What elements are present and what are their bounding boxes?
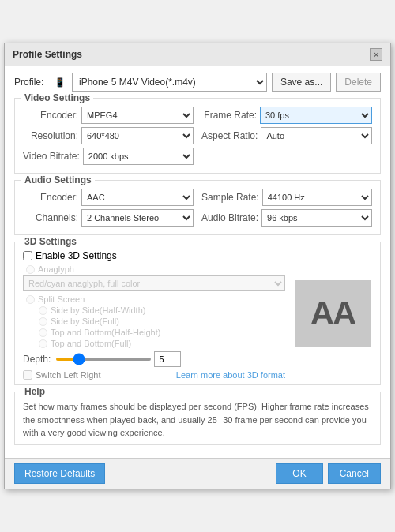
encoder-row: Encoder: MPEG4 (23, 107, 194, 124)
anaglyph-radio[interactable] (26, 265, 35, 274)
switch-left-right-label: Switch Left Right (36, 370, 101, 380)
enable-3d-row: Enable 3D Settings (23, 250, 285, 261)
dialog-content: Profile: 📱 iPhone 5 M4V Video(*.m4v) Sav… (5, 66, 390, 458)
side-by-side-half-label: Side by Side(Half-Width) (51, 305, 145, 315)
side-by-side-full-row: Side by Side(Full) (23, 317, 285, 326)
video-left: Encoder: MPEG4 Resolution: 640*480 (23, 107, 194, 168)
side-by-side-full-radio[interactable] (39, 317, 47, 326)
three-d-left: Enable 3D Settings Anaglyph Red/cyan ana… (23, 250, 285, 380)
three-d-title: 3D Settings (21, 236, 80, 247)
top-bottom-half-label: Top and Bottom(Half-Height) (51, 328, 160, 337)
anaglyph-row: Anaglyph (23, 264, 285, 274)
right-buttons: OK Cancel (276, 463, 381, 484)
split-screen-radio[interactable] (26, 295, 35, 304)
top-bottom-full-row: Top and Bottom(Full) (23, 339, 285, 348)
phone-icon: 📱 (55, 77, 66, 88)
help-title: Help (21, 386, 48, 397)
help-section: Help Set how many frames should be displ… (14, 392, 381, 445)
resolution-label: Resolution: (23, 130, 78, 141)
frame-rate-row: Frame Rate: 30 fps (201, 107, 372, 124)
top-bottom-full-label: Top and Bottom(Full) (51, 339, 131, 348)
video-form-grid: Encoder: MPEG4 Resolution: 640*480 (23, 107, 372, 168)
top-bottom-half-row: Top and Bottom(Half-Height) (23, 328, 285, 337)
top-bottom-half-radio[interactable] (39, 328, 47, 337)
channels-label: Channels: (23, 212, 78, 223)
depth-label: Depth: (23, 354, 53, 365)
three-d-preview: AA (293, 247, 372, 380)
profile-label: Profile: (14, 77, 50, 88)
anaglyph-label: Anaglyph (38, 264, 74, 274)
depth-spinner[interactable] (154, 351, 181, 367)
profile-settings-dialog: Profile Settings ✕ Profile: 📱 iPhone 5 M… (4, 43, 391, 489)
video-right: Frame Rate: 30 fps Aspect Ratio: Auto (201, 107, 372, 168)
channels-row: Channels: 2 Channels Stereo (23, 209, 194, 227)
help-text: Set how many frames should be displayed … (23, 400, 372, 440)
learn-more-link[interactable]: Learn more about 3D format (156, 370, 285, 380)
preview-text: AA (310, 294, 356, 332)
preview-box: AA (295, 280, 371, 347)
audio-settings-title: Audio Settings (21, 174, 95, 185)
aspect-ratio-row: Aspect Ratio: Auto (201, 127, 372, 144)
side-by-side-half-radio[interactable] (39, 306, 47, 315)
audio-form-grid: Encoder: AAC Channels: 2 Channels Stereo (23, 189, 372, 230)
restore-defaults-button[interactable]: Restore Defaults (14, 463, 105, 484)
top-bottom-full-radio[interactable] (39, 339, 47, 348)
side-by-side-full-label: Side by Side(Full) (51, 317, 119, 326)
profile-select[interactable]: iPhone 5 M4V Video(*.m4v) (72, 73, 267, 92)
encoder-label: Encoder: (23, 110, 78, 121)
three-d-inner: Enable 3D Settings Anaglyph Red/cyan ana… (23, 247, 372, 380)
switch-left-right-checkbox[interactable] (23, 370, 32, 380)
video-bitrate-select[interactable]: 2000 kbps (83, 148, 194, 165)
audio-bitrate-label: Audio Bitrate: (201, 212, 258, 223)
audio-settings-inner: Encoder: AAC Channels: 2 Channels Stereo (23, 189, 372, 230)
audio-bitrate-row: Audio Bitrate: 96 kbps (201, 209, 372, 227)
cancel-button[interactable]: Cancel (328, 463, 381, 484)
sample-rate-row: Sample Rate: 44100 Hz (201, 189, 372, 206)
audio-encoder-select[interactable]: AAC (81, 189, 194, 206)
audio-encoder-row: Encoder: AAC (23, 189, 194, 206)
three-d-section: 3D Settings Enable 3D Settings Anaglyph … (14, 242, 381, 385)
channels-select[interactable]: 2 Channels Stereo (81, 209, 194, 227)
switch-row: Switch Left Right Learn more about 3D fo… (23, 370, 285, 380)
audio-encoder-label: Encoder: (23, 192, 78, 203)
audio-right: Sample Rate: 44100 Hz Audio Bitrate: 96 … (201, 189, 372, 230)
depth-row: Depth: (23, 351, 285, 367)
audio-settings-section: Audio Settings Encoder: AAC Channels: (14, 180, 381, 235)
video-settings-inner: Encoder: MPEG4 Resolution: 640*480 (23, 107, 372, 168)
title-bar: Profile Settings ✕ (5, 43, 390, 66)
enable-3d-label: Enable 3D Settings (36, 250, 117, 261)
frame-rate-label: Frame Rate: (201, 110, 257, 121)
close-button[interactable]: ✕ (370, 48, 382, 61)
side-by-side-half-row: Side by Side(Half-Width) (23, 305, 285, 315)
anaglyph-select[interactable]: Red/cyan anaglyph, full color (23, 275, 285, 291)
ok-button[interactable]: OK (276, 463, 322, 484)
enable-3d-checkbox[interactable] (23, 251, 32, 260)
depth-slider[interactable] (56, 358, 151, 361)
sample-rate-label: Sample Rate: (201, 192, 259, 203)
video-bitrate-label: Video Bitrate: (23, 151, 80, 162)
video-settings-section: Video Settings Encoder: MPEG4 Resolution… (14, 98, 381, 174)
resolution-select[interactable]: 640*480 (81, 127, 194, 144)
split-screen-label: Split Screen (38, 294, 85, 304)
dialog-title: Profile Settings (13, 49, 82, 60)
aspect-ratio-select[interactable]: Auto (261, 127, 372, 144)
audio-left: Encoder: AAC Channels: 2 Channels Stereo (23, 189, 194, 230)
profile-row: Profile: 📱 iPhone 5 M4V Video(*.m4v) Sav… (14, 73, 381, 92)
button-bar: Restore Defaults OK Cancel (5, 458, 390, 489)
frame-rate-select[interactable]: 30 fps (260, 107, 372, 124)
resolution-row: Resolution: 640*480 (23, 127, 194, 144)
video-bitrate-row: Video Bitrate: 2000 kbps (23, 148, 194, 165)
split-screen-row: Split Screen (23, 294, 285, 304)
save-as-button[interactable]: Save as... (272, 73, 331, 92)
sample-rate-select[interactable]: 44100 Hz (262, 189, 372, 206)
aspect-ratio-label: Aspect Ratio: (201, 130, 258, 141)
encoder-select[interactable]: MPEG4 (81, 107, 194, 124)
audio-bitrate-select[interactable]: 96 kbps (261, 209, 372, 227)
delete-button[interactable]: Delete (336, 73, 381, 92)
video-settings-title: Video Settings (21, 92, 93, 103)
